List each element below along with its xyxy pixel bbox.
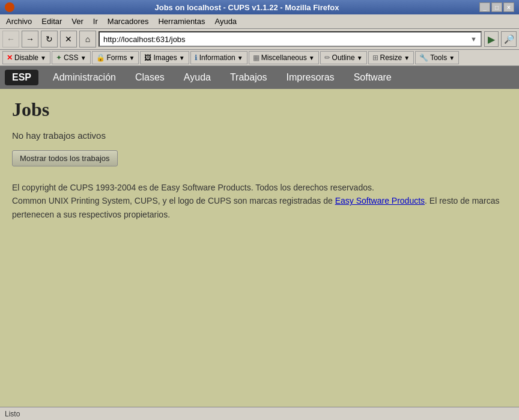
miscellaneous-dropdown-icon[interactable]: ▼ [309, 55, 315, 61]
search-button[interactable]: 🔎 [501, 31, 517, 47]
outline-icon: ✏ [324, 53, 330, 62]
miscellaneous-button[interactable]: ▦ Miscellaneous ▼ [249, 51, 319, 64]
browser-content: ESP Administración Clases Ayuda Trabajos… [0, 66, 519, 407]
tools-icon: 🔧 [419, 53, 428, 62]
menu-ir[interactable]: Ir [90, 16, 102, 27]
menu-archivo[interactable]: Archivo [2, 16, 35, 27]
menu-marcadores[interactable]: Marcadores [104, 16, 153, 27]
window-title: Jobs on localhost - CUPS v1.1.22 - Mozil… [14, 3, 479, 12]
go-button[interactable]: ▶ [484, 31, 499, 47]
maximize-button[interactable]: □ [491, 2, 502, 12]
menu-ayuda[interactable]: Ayuda [211, 16, 240, 27]
firefox-icon [5, 2, 14, 12]
forms-dropdown-icon[interactable]: ▼ [129, 55, 135, 61]
menubar: Archivo Editar Ver Ir Marcadores Herrami… [0, 14, 519, 29]
search-icon: 🔎 [504, 34, 514, 44]
minimize-button[interactable]: _ [479, 2, 490, 12]
window-controls[interactable]: _ □ × [479, 2, 514, 12]
close-button[interactable]: × [503, 2, 514, 12]
stop-button[interactable]: ✕ [60, 31, 77, 47]
nav-ayuda[interactable]: Ayuda [174, 68, 220, 87]
css-button[interactable]: ✦ CSS ▼ [52, 51, 91, 64]
nav-software[interactable]: Software [344, 68, 401, 87]
menu-editar[interactable]: Editar [38, 16, 65, 27]
disable-x-icon: ✕ [7, 53, 13, 62]
main-content: Jobs No hay trabajos activos Mostrar tod… [0, 89, 519, 407]
page-title: Jobs [12, 99, 507, 121]
nav-administracion[interactable]: Administración [43, 68, 126, 87]
copyright-line1: El copyright de CUPS 1993-2004 es de Eas… [12, 183, 374, 192]
dev-toolbar: ✕ Disable ▼ ✦ CSS ▼ 🔒 Forms ▼ 🖼 Images ▼… [0, 50, 519, 66]
copyright-text: El copyright de CUPS 1993-2004 es de Eas… [12, 181, 505, 221]
css-dropdown-icon[interactable]: ▼ [80, 55, 86, 61]
outline-button[interactable]: ✏ Outline ▼ [320, 51, 367, 64]
statusbar: Listo [0, 407, 519, 420]
status-text: Listo [5, 410, 20, 418]
images-button[interactable]: 🖼 Images ▼ [140, 51, 189, 64]
easy-software-link[interactable]: Easy Software Products [335, 196, 425, 205]
nav-trabajos[interactable]: Trabajos [220, 68, 277, 87]
disable-dropdown-icon[interactable]: ▼ [40, 55, 46, 61]
titlebar: Jobs on localhost - CUPS v1.1.22 - Mozil… [0, 0, 519, 14]
information-button[interactable]: ℹ Information ▼ [190, 51, 247, 64]
css-icon: ✦ [56, 53, 62, 62]
dropdown-icon[interactable]: ▼ [470, 35, 477, 43]
images-dropdown-icon[interactable]: ▼ [179, 55, 185, 61]
forms-lock-icon: 🔒 [96, 53, 105, 62]
back-button[interactable]: ← [2, 31, 19, 47]
information-icon: ℹ [195, 53, 198, 62]
show-all-jobs-button[interactable]: Mostrar todos los trabajos [12, 150, 118, 166]
cups-nav: ESP Administración Clases Ayuda Trabajos… [0, 66, 519, 89]
information-dropdown-icon[interactable]: ▼ [237, 55, 243, 61]
forms-button[interactable]: 🔒 Forms ▼ [92, 51, 139, 64]
address-bar[interactable]: ▼ [99, 31, 482, 47]
no-jobs-text: No hay trabajos activos [12, 130, 507, 141]
navbar: ← → ↻ ✕ ⌂ ▼ ▶ 🔎 [0, 29, 519, 50]
menu-herramientas[interactable]: Herramientas [154, 16, 208, 27]
esp-logo: ESP [5, 70, 38, 85]
forward-button[interactable]: → [22, 31, 38, 47]
tools-button[interactable]: 🔧 Tools ▼ [415, 51, 459, 64]
cups-nav-links: Administración Clases Ayuda Trabajos Imp… [43, 68, 401, 87]
address-input[interactable] [103, 35, 470, 44]
miscellaneous-icon: ▦ [253, 53, 260, 62]
copyright-line2: Common UNIX Printing System, CUPS, y el … [12, 196, 335, 205]
resize-dropdown-icon[interactable]: ▼ [404, 55, 410, 61]
outline-dropdown-icon[interactable]: ▼ [357, 55, 363, 61]
reload-button[interactable]: ↻ [41, 31, 58, 47]
images-icon: 🖼 [144, 53, 151, 62]
resize-icon: ⊞ [372, 53, 378, 62]
tools-dropdown-icon[interactable]: ▼ [449, 55, 455, 61]
disable-button[interactable]: ✕ Disable ▼ [2, 51, 50, 64]
home-button[interactable]: ⌂ [79, 31, 96, 47]
nav-impresoras[interactable]: Impresoras [277, 68, 344, 87]
nav-clases[interactable]: Clases [126, 68, 174, 87]
go-icon: ▶ [488, 34, 495, 45]
resize-button[interactable]: ⊞ Resize ▼ [368, 51, 414, 64]
menu-ver[interactable]: Ver [68, 16, 87, 27]
